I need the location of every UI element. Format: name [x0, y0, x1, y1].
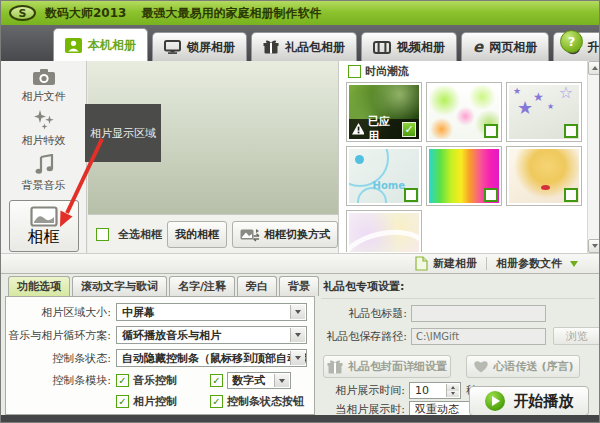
- thumb-image: [349, 213, 419, 252]
- music-loop-select[interactable]: 循环播放音乐与相片: [116, 326, 307, 344]
- thumb-image: [429, 85, 499, 139]
- star-icon: ★: [517, 99, 533, 117]
- control-bar-state-button-label: 控制条状态按钮: [227, 394, 304, 409]
- opt-tab-label: 背景: [288, 279, 310, 294]
- start-playback-label: 开始播放: [514, 392, 574, 411]
- frame-thumb-blonde-girl[interactable]: [506, 146, 582, 206]
- browse-button[interactable]: 浏览: [553, 327, 600, 345]
- sidebar-item-frames[interactable]: 相框: [9, 200, 79, 252]
- step-down-icon[interactable]: [447, 391, 459, 398]
- music-control-label: 音乐控制: [133, 373, 177, 388]
- photo-area-size-select[interactable]: 中屏幕: [116, 303, 307, 321]
- sidebar: 相片文件 相片特效 背景音乐 相框: [1, 61, 87, 253]
- film-icon: [373, 41, 391, 54]
- browser-e-icon: e: [473, 40, 483, 55]
- control-bar-state-select[interactable]: 自动隐藏控制条（鼠标移到顶部自动弹出）: [116, 349, 307, 367]
- help-glyph: ?: [568, 34, 576, 49]
- tab-label: 本机相册: [88, 37, 136, 54]
- photo-duration-stepper[interactable]: 10: [409, 382, 461, 399]
- swirl-decoration: [349, 222, 419, 252]
- gift-title-input[interactable]: [411, 305, 546, 322]
- frame-thumb-rainbow-stripes[interactable]: [426, 146, 502, 206]
- opt-tab-label: 旁白: [246, 279, 268, 294]
- monitor-icon: [164, 40, 181, 54]
- tab-video-album[interactable]: 视频相册: [361, 32, 457, 61]
- frames-scrollbar[interactable]: [587, 61, 600, 253]
- gift-cover-settings-button[interactable]: 礼品包封面详细设置: [323, 355, 451, 378]
- help-button[interactable]: ?: [560, 30, 583, 53]
- frame-checkbox[interactable]: [564, 188, 578, 202]
- sidebar-item-background-music[interactable]: 背景音乐: [1, 148, 86, 193]
- frame-switch-label: 相框切换方式: [264, 227, 330, 242]
- gift-settings-group: 礼品包专项设置: 礼品包标题: 礼品包保存路径: 浏览 礼品包封面详细设置 心语…: [321, 276, 595, 415]
- sparkles-icon: [33, 110, 55, 130]
- opt-tab-label: 功能选项: [17, 279, 61, 294]
- gift-cover-settings-label: 礼品包封面详细设置: [348, 359, 447, 374]
- app-logo: S: [9, 5, 36, 21]
- album-params-button[interactable]: 相册参数文件: [487, 256, 587, 271]
- tab-name-annotation[interactable]: 名字/注释: [169, 276, 235, 296]
- my-frames-button[interactable]: 我的相框: [167, 221, 227, 248]
- new-album-button[interactable]: 新建相册: [406, 256, 486, 271]
- frame-switch-mode-button[interactable]: 相框切换方式: [232, 221, 338, 248]
- applied-checkbox[interactable]: [402, 122, 416, 137]
- tab-scrolling-text-lyrics[interactable]: 滚动文字与歌词: [72, 276, 167, 296]
- photo-preview-placeholder: 相片显示区域: [85, 104, 161, 162]
- control-modules-label: 控制条模块:: [6, 373, 116, 388]
- tab-local-album[interactable]: 本机相册: [53, 28, 148, 61]
- photo-frame-icon: [30, 206, 58, 227]
- sidebar-item-photo-effects[interactable]: 相片特效: [1, 104, 86, 148]
- gift-icon: [327, 360, 343, 374]
- select-all-frames-checkbox[interactable]: [96, 228, 109, 241]
- photo-area-size-label: 相片区域大小:: [6, 305, 116, 320]
- opt-tab-label: 滚动文字与歌词: [81, 279, 158, 294]
- scroll-down-button[interactable]: [588, 239, 600, 253]
- window-bottom-band: [1, 415, 599, 422]
- gift-path-label: 礼品包保存路径:: [321, 329, 411, 344]
- tab-lockscreen-album[interactable]: 锁屏相册: [152, 32, 247, 61]
- thumb-image: Home: [349, 149, 419, 203]
- sidebar-item-label: 相片文件: [22, 89, 66, 104]
- music-loop-value: 循环播放音乐与相片: [122, 328, 221, 343]
- frame-checkbox[interactable]: [404, 188, 418, 202]
- frame-checkbox[interactable]: [564, 124, 578, 138]
- digital-checkbox[interactable]: [210, 374, 223, 387]
- tab-web-album[interactable]: e 网页相册: [461, 32, 549, 61]
- star-icon: ★: [533, 91, 544, 103]
- stepper-buttons[interactable]: [446, 384, 459, 397]
- tab-function-options[interactable]: 功能选项: [8, 276, 70, 296]
- digital-style-select[interactable]: 数字式: [227, 372, 291, 389]
- tab-gift-album[interactable]: 礼品包相册: [251, 32, 357, 61]
- frame-switch-icon: [240, 227, 260, 242]
- photo-control-checkbox[interactable]: [116, 395, 129, 408]
- frame-thumb-purple-stars[interactable]: ★ ★ ★ ★ ☆: [506, 82, 582, 142]
- frame-checkbox[interactable]: [484, 124, 498, 138]
- options-group: 功能选项 滚动文字与歌词 名字/注释 旁白 背景 相片区域大小: 中屏幕 音乐与…: [5, 276, 315, 415]
- titlebar: S 数码大师2013 最强大最易用的家庭相册制作软件: [1, 1, 599, 25]
- tab-label: 网页相册: [489, 39, 537, 56]
- dropdown-arrow-icon[interactable]: [274, 374, 289, 387]
- frame-thumb-tech-circles[interactable]: Home: [346, 146, 422, 206]
- frame-thumb-pastel-swirl[interactable]: [346, 210, 422, 252]
- dropdown-arrow-icon[interactable]: [290, 305, 305, 319]
- dropdown-arrow-icon[interactable]: [290, 351, 305, 365]
- tab-background[interactable]: 背景: [279, 276, 319, 296]
- scroll-up-button[interactable]: [588, 61, 600, 75]
- frame-checkbox[interactable]: [484, 188, 498, 202]
- main-tabband: 本机相册 锁屏相册 礼品包相册 视频相册 e 网页相册 升级和注册 ?: [1, 25, 599, 61]
- gift-path-input[interactable]: [411, 328, 546, 345]
- tab-narration[interactable]: 旁白: [237, 276, 277, 296]
- control-bar-state-button-checkbox[interactable]: [210, 395, 223, 408]
- frame-thumb-color-blobs[interactable]: [426, 82, 502, 142]
- start-playback-button[interactable]: 开始播放: [469, 386, 589, 416]
- category-checkbox[interactable]: [348, 65, 361, 78]
- music-note-icon: [34, 154, 54, 175]
- triangle-down-icon: [592, 244, 598, 248]
- sidebar-item-photo-files[interactable]: 相片文件: [1, 61, 86, 104]
- lips-decoration: [541, 185, 550, 190]
- music-control-checkbox[interactable]: [116, 374, 129, 387]
- photo-duration-value: 10: [415, 384, 429, 397]
- dropdown-arrow-icon[interactable]: [290, 328, 305, 342]
- heart-message-button[interactable]: 心语传送 (序言): [466, 355, 580, 378]
- frame-thumb-green-leaves[interactable]: 已应用: [346, 82, 422, 142]
